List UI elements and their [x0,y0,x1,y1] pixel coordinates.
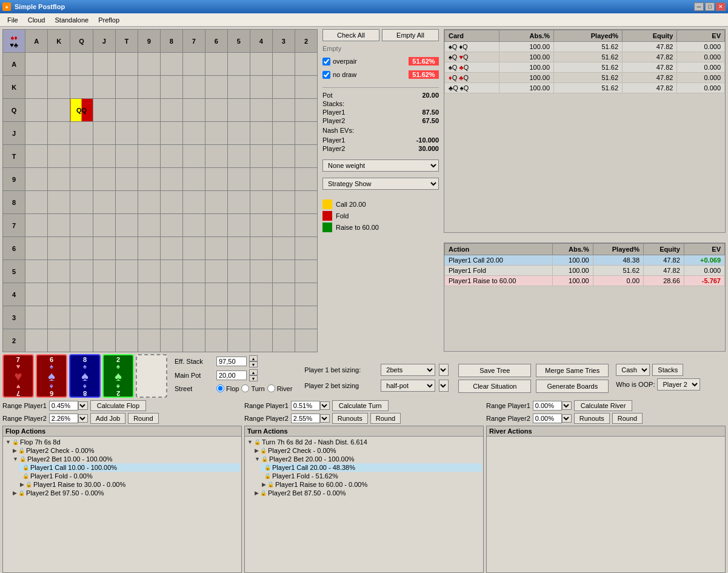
menu-preflop[interactable]: Preflop [93,15,124,25]
app-title: Simple Postflop [15,3,65,10]
nodraw-checkbox[interactable] [322,71,330,79]
turn-radio-label[interactable]: Turn [241,384,264,392]
action-row-call[interactable]: Player1 Call 20.00 100.0048.3847.82 +0.0… [445,255,725,266]
runouts-turn-button[interactable]: Runouts [332,413,368,424]
eff-stack-down[interactable]: ▼ [249,361,258,367]
action-table-panel: Action Abs.% Played% Equity EV Player1 C… [444,243,726,352]
legend-section: Call 20.00 Fold Raise to 60.00 [322,198,439,234]
card-row[interactable]: ♠Q ♥Q 100.0051.6247.820.000 [445,52,725,62]
turn-range-p2-dropdown[interactable]: ▼ [320,414,330,423]
main-pot-down[interactable]: ▼ [249,375,258,381]
round-flop-button[interactable]: Round [128,413,158,424]
turn-radio[interactable] [241,384,249,392]
tree-flop-p2check[interactable]: ▶ 🔒 Player2 Check - 0.00% [12,446,240,455]
empty-all-button[interactable]: Empty All [382,29,439,41]
cash-select[interactable]: Cash [616,364,650,376]
tree-turn-p2bet20[interactable]: ▼ 🔒 Player2 Bet 20.00 - 100.00% [253,455,482,463]
weight-dropdown[interactable]: None weight [322,159,439,172]
strategy-dropdown[interactable]: Strategy Show [322,178,439,190]
river-radio[interactable] [267,384,275,392]
turn-range-p1-dropdown[interactable]: ▼ [320,401,330,410]
flop-range-p1-dropdown[interactable]: ▼ [78,401,88,410]
runouts-river-button[interactable]: Runouts [574,413,610,424]
player1-value: 87.50 [422,109,439,116]
minimize-button[interactable]: ─ [694,2,704,11]
turn-range-p1-input[interactable] [291,401,320,410]
card-2s[interactable]: 2♠ ♠ 2♠ [102,354,134,398]
flop-range-p1-input[interactable] [49,401,78,410]
river-range-p1-dropdown[interactable]: ▼ [562,401,572,410]
card-row[interactable]: ♣Q ♠Q 100.0051.6247.820.000 [445,83,725,93]
nodraw-label: no draw [333,71,406,78]
generate-button[interactable]: Generate Boards [536,380,609,393]
calculate-turn-button[interactable]: Calculate Turn [332,400,389,411]
turn-range-p2-input[interactable] [291,414,320,423]
card-7h[interactable]: 7♥ ♥ 7♥ [2,354,34,398]
river-range-p2-dropdown[interactable]: ▼ [562,414,572,423]
equity-col-header: Equity [623,30,677,42]
eff-stack-input[interactable] [216,357,247,366]
range-overpair-row: overpair 51.62% [322,57,439,65]
menu-cloud[interactable]: Cloud [23,15,50,25]
abs-action-header: Abs.% [552,244,593,255]
tree-flop-p2bet10[interactable]: ▼ 🔒 Player2 Bet 10.00 - 100.00% [12,455,240,463]
flop-range-p2-input[interactable] [49,414,78,423]
river-range-p1-label: Range Player1 [486,402,530,409]
range-nodraw-row: no draw 51.62% [322,70,439,79]
check-all-button[interactable]: Check All [322,29,379,41]
add-job-button[interactable]: Add Job [90,413,125,424]
p1-sizing-dropdown[interactable]: ▼ [439,364,449,376]
tree-turn-p1raise[interactable]: ▶ 🔒 Player1 Raise to 60.00 - 0.00% [261,480,482,489]
card-row[interactable]: ♠Q ♦Q 100.0051.6247.820.000 [445,42,725,52]
round-turn-button[interactable]: Round [370,413,401,424]
eff-stack-up[interactable]: ▲ [249,355,258,361]
ev-action-header: EV [684,244,724,255]
tree-turn-p1call[interactable]: 🔒 Player1 Call 20.00 - 48.38% [261,463,482,472]
main-pot-up[interactable]: ▲ [249,369,258,375]
tree-flop-p1raise[interactable]: ▶ 🔒 Player1 Raise to 30.00 - 0.00% [19,480,240,489]
tree-turn-root[interactable]: ▼ 🔒 Turn 7h 6s 8d 2d - Nash Dist. 6.614 [246,438,482,446]
card-8s[interactable]: 8♠ ♠ 8♠ [69,354,101,398]
save-tree-button[interactable]: Save Tree [458,364,531,377]
card-empty-slot[interactable] [136,354,167,398]
card-6s[interactable]: 6♠ ♠ 6♠ [36,354,67,398]
action-row-fold[interactable]: Player1 Fold 100.0051.6247.820.000 [445,266,725,276]
pot-label: Pot [322,92,333,99]
legend-raise: Raise to 60.00 [336,224,379,231]
action-row-raise[interactable]: Player1 Raise to 60.00 100.000.0028.66 -… [445,276,725,286]
menu-file[interactable]: File [2,15,23,25]
menu-standalone[interactable]: Standalone [50,15,93,25]
p2-sizing-dropdown[interactable]: ▼ [439,380,449,392]
p2-sizing-select[interactable]: half-pot [381,380,435,392]
flop-radio-label[interactable]: Flop [216,384,239,392]
close-button[interactable]: ✕ [716,2,726,11]
river-radio-label[interactable]: River [267,384,293,392]
card-row[interactable]: ♦Q ♣Q 100.0051.6247.820.000 [445,73,725,83]
flop-radio[interactable] [216,384,224,392]
round-river-button[interactable]: Round [612,413,643,424]
river-range-p2-input[interactable] [533,414,562,423]
oop-select[interactable]: Player 2 [657,378,700,390]
calculate-flop-button[interactable]: Calculate Flop [90,400,146,411]
overpair-checkbox[interactable] [322,58,330,65]
middle-panel: Check All Empty All Empty overpair 51.62… [320,29,441,352]
calculate-river-button[interactable]: Calculate River [574,400,633,411]
clear-situation-button[interactable]: Clear Situation [458,380,531,393]
title-bar: ♠ Simple Postflop ─ □ ✕ [0,0,728,13]
card-row[interactable]: ♠Q ♣Q 100.0051.6247.820.000 [445,62,725,73]
tree-turn-p1fold[interactable]: 🔒 Player1 Fold - 51.62% [261,472,482,480]
stacks-button[interactable]: Stacks [652,364,683,376]
tree-flop-p2bet97[interactable]: ▶ 🔒 Player2 Bet 97.50 - 0.00% [12,489,240,497]
tree-flop-p1call[interactable]: 🔒 Player1 Call 10.00 - 100.00% [19,463,240,472]
merge-button[interactable]: Merge Same Tries [536,364,609,377]
river-range-p1-input[interactable] [533,401,562,410]
main-pot-input[interactable] [216,370,247,380]
tree-flop-p1fold[interactable]: 🔒 Player1 Fold - 0.00% [19,472,240,480]
maximize-button[interactable]: □ [705,2,715,11]
flop-range-p2-dropdown[interactable]: ▼ [78,414,88,423]
p1-sizing-select[interactable]: 2bets [381,364,435,376]
tree-flop-root[interactable]: ▼ 🔒 Flop 7h 6s 8d [4,438,240,446]
tree-turn-p2check[interactable]: ▶ 🔒 Player2 Check - 0.00% [253,446,482,455]
tree-turn-p2bet87[interactable]: ▶ 🔒 Player2 Bet 87.50 - 0.00% [253,489,482,497]
range-matrix[interactable]: ♠♦♥♣ A K Q J T 9 8 7 6 5 4 3 2 [2,29,318,352]
